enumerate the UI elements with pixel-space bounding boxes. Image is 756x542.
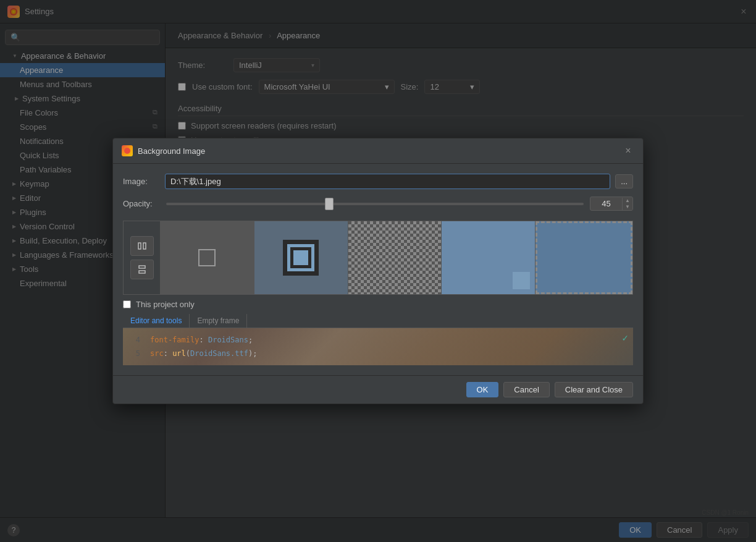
preview-cell-center[interactable] (161, 221, 254, 294)
code-text: src: url(DroidSans.ttf); (150, 349, 257, 358)
modal-ok-button[interactable]: OK (466, 382, 499, 397)
image-path-input[interactable] (165, 174, 610, 189)
preview-area (123, 221, 633, 295)
opacity-row: Opacity: 45 ▲ ▼ (123, 197, 633, 211)
code-text: font-family: DroidSans; (150, 336, 253, 344)
opacity-label: Opacity: (123, 199, 160, 208)
svg-rect-7 (139, 271, 145, 273)
image-label: Image: (123, 177, 160, 186)
this-project-label: This project only (136, 300, 195, 309)
align-horizontal-icon[interactable] (130, 236, 154, 256)
this-project-row: This project only (123, 300, 633, 309)
modal-footer: OK Cancel Clear and Close (113, 375, 643, 404)
svg-rect-5 (143, 243, 146, 249)
preview-cell-square[interactable] (254, 221, 348, 294)
modal-header: Background Image × (113, 138, 643, 164)
modal-body: Image: ... Opacity: 45 ▲ ▼ (113, 164, 643, 375)
code-preview: 4 font-family: DroidSans; 5 src: url(Dro… (123, 328, 633, 365)
spin-buttons: ▲ ▼ (622, 198, 632, 210)
light-inner (513, 272, 530, 289)
modal-title-text: Background Image (138, 146, 205, 156)
modal-clear-close-button[interactable]: Clear and Close (555, 382, 633, 397)
slider-thumb[interactable] (325, 198, 334, 210)
preview-cell-frame[interactable] (536, 221, 632, 294)
browse-button[interactable]: ... (615, 174, 633, 188)
image-field-row: Image: ... (123, 174, 633, 189)
square-outer (283, 240, 319, 276)
pattern-preview (348, 221, 442, 294)
modal-close-button[interactable]: × (622, 145, 634, 157)
svg-point-3 (124, 148, 130, 154)
settings-window: Settings × 🔍 ▼ Appearance & Behavior App… (0, 0, 756, 542)
opacity-value: 45 (590, 197, 622, 210)
tab-editor-tools[interactable]: Editor and tools (123, 314, 190, 328)
spin-down-button[interactable]: ▼ (623, 204, 632, 210)
center-preview-inner (198, 249, 216, 266)
preview-controls (124, 221, 161, 294)
modal-app-icon (122, 145, 133, 156)
slider-track (166, 203, 584, 205)
tab-empty-frame[interactable]: Empty frame (190, 314, 247, 328)
square-inner (290, 247, 311, 268)
preview-tabs: Editor and tools Empty frame (123, 314, 633, 328)
svg-rect-6 (139, 266, 145, 268)
modal-overlay: Background Image × Image: ... Opacity: (0, 0, 756, 542)
background-image-modal: Background Image × Image: ... Opacity: (112, 138, 644, 404)
line-num: 5 (130, 349, 140, 358)
modal-cancel-button[interactable]: Cancel (503, 382, 549, 397)
preview-cells (161, 221, 632, 294)
svg-rect-4 (138, 243, 141, 249)
line-num: 4 (130, 336, 140, 344)
preview-cell-light[interactable] (442, 221, 536, 294)
opacity-slider[interactable] (166, 198, 584, 210)
code-line-4: 4 font-family: DroidSans; (130, 333, 626, 347)
modal-title: Background Image (122, 145, 205, 156)
code-line-5: 5 src: url(DroidSans.ttf); (130, 347, 626, 360)
preview-cell-pattern[interactable] (348, 221, 442, 294)
spin-up-button[interactable]: ▲ (623, 198, 632, 204)
this-project-checkbox[interactable] (123, 300, 131, 308)
align-vertical-icon[interactable] (130, 260, 154, 279)
opacity-value-box: 45 ▲ ▼ (590, 197, 633, 211)
